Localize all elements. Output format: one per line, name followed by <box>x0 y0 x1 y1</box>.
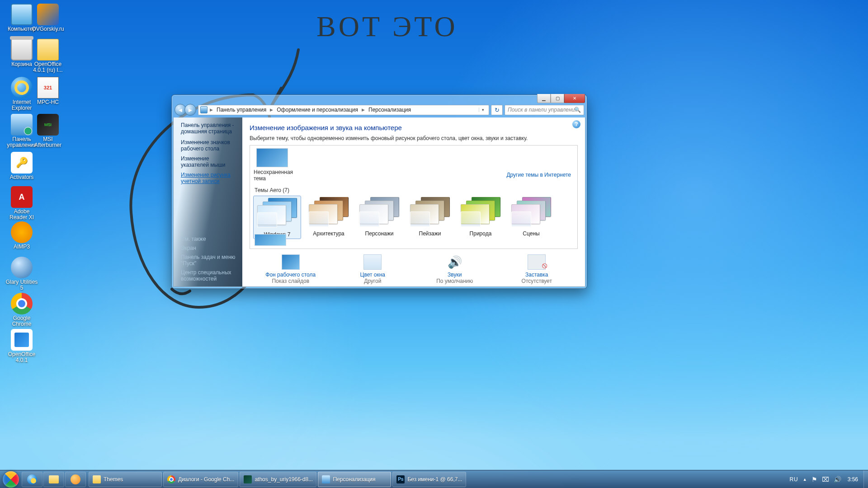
g-ie-icon <box>11 77 33 99</box>
see-also-display[interactable]: Экран <box>181 245 242 251</box>
pinned-ie[interactable] <box>22 472 42 487</box>
window-maximize-button[interactable]: ▢ <box>551 94 564 103</box>
desktop-icon[interactable]: 321MPC-HC <box>31 77 65 105</box>
desktop-icon-label: Glary Utilities 5 <box>5 279 39 291</box>
action-desc: Показ слайдов <box>272 278 309 284</box>
refresh-button[interactable]: ↻ <box>491 105 503 115</box>
personalization-window: ▁ ▢ ✕ ◄ ► ▶ Панель управления ▶ Оформлен… <box>171 94 587 289</box>
theme-label: Природа <box>458 230 503 237</box>
taskbar-task[interactable]: Диалоги - Google Ch... <box>163 472 238 487</box>
taskbar-task[interactable]: Персонализация <box>318 472 391 487</box>
window-titlebar[interactable] <box>172 95 587 102</box>
g-mpc-icon: 321 <box>37 77 59 99</box>
task-icon <box>93 475 101 483</box>
g-panel-icon <box>11 114 33 136</box>
saver-icon <box>528 254 546 270</box>
action-bg[interactable]: Фон рабочего стола Показ слайдов <box>255 254 327 284</box>
taskbar: ThemesДиалоги - Google Ch...athos_by_uri… <box>0 470 868 488</box>
address-dropdown[interactable]: ▾ <box>479 108 487 112</box>
action-desc: Отсутствует <box>522 278 552 284</box>
breadcrumb[interactable]: ▶ Панель управления ▶ Оформление и персо… <box>198 105 489 115</box>
more-themes-link[interactable]: Другие темы в Интернете <box>506 172 571 178</box>
g-aimp-icon <box>11 221 33 243</box>
desktop-icon-label: Adobe Reader XI <box>5 209 39 221</box>
action-sound[interactable]: Звуки По умолчанию <box>419 254 491 284</box>
unsaved-theme[interactable]: Несохраненная тема <box>254 148 303 182</box>
breadcrumb-item[interactable]: Оформление и персонализация <box>275 106 359 113</box>
sidebar-link-account-picture[interactable]: Изменение рисунка учетной записи <box>181 172 238 184</box>
action-color[interactable]: Цвет окна Другой <box>336 254 409 284</box>
page-subtitle: Выберите тему, чтобы одновременно измени… <box>250 135 578 141</box>
pinned-explorer[interactable] <box>43 472 64 487</box>
desktop-icon[interactable]: Activators <box>5 152 39 180</box>
show-desktop-button[interactable] <box>863 470 868 488</box>
window-minimize-button[interactable]: ▁ <box>537 94 551 103</box>
sidebar-home-link[interactable]: Панель управления - домашняя страница <box>181 122 238 135</box>
volume-icon[interactable]: 🔊 <box>834 476 841 483</box>
aero-section-label: Темы Aero (7) <box>255 187 574 193</box>
action-link: Заставка <box>525 272 548 278</box>
help-icon[interactable]: ? <box>572 120 580 128</box>
themes-list[interactable]: Несохраненная тема Другие темы в Интерне… <box>250 145 578 249</box>
taskbar-task[interactable]: PsБез имени-1 @ 66,7... <box>392 472 466 487</box>
sidebar: Панель управления - домашняя страница Из… <box>174 117 242 286</box>
breadcrumb-item[interactable]: Персонализация <box>367 106 412 113</box>
bg-icon <box>282 254 300 270</box>
desktop-icon-label: MPC-HC <box>37 99 59 105</box>
taskbar-task[interactable]: athos_by_uriy1966-d8... <box>240 472 316 487</box>
desktop-icon[interactable]: Glary Utilities 5 <box>5 257 39 291</box>
g-chrome-icon <box>11 293 33 314</box>
action-saver[interactable]: Заставка Отсутствует <box>500 254 573 284</box>
desktop-icon[interactable]: AIMP3 <box>5 221 39 250</box>
desktop-icon-label: AIMP3 <box>14 244 30 250</box>
nav-forward-button[interactable]: ► <box>184 104 196 116</box>
theme-item[interactable]: Природа <box>458 196 503 239</box>
see-also-title: См. также <box>181 236 242 242</box>
action-link: Звуки <box>448 272 462 278</box>
see-also-taskbar[interactable]: Панель задач и меню "Пуск" <box>181 254 242 267</box>
desktop-icon[interactable]: AAdobe Reader XI <box>5 186 39 221</box>
action-center-icon[interactable]: ⚑ <box>811 476 817 483</box>
action-desc: Другой <box>364 278 381 284</box>
start-button[interactable] <box>2 470 20 488</box>
task-label: Themes <box>104 476 123 483</box>
network-icon[interactable]: ⌧ <box>822 476 829 483</box>
see-also-ease[interactable]: Центр специальных возможностей <box>181 269 242 282</box>
window-close-button[interactable]: ✕ <box>564 94 585 103</box>
g-computer-icon <box>11 4 33 25</box>
g-ov-icon <box>37 4 59 25</box>
g-adobe-icon: A <box>11 186 33 208</box>
desktop-icon-label: Google Chrome <box>5 315 39 327</box>
desktop-icon[interactable]: MSIMSI Afterburner <box>31 114 65 148</box>
desktop-icon[interactable]: OpenOffice 4.0.1 <box>5 329 39 363</box>
content-pane: ? Изменение изображения и звука на компь… <box>242 117 585 286</box>
search-placeholder: Поиск в панели управления <box>508 107 578 113</box>
g-act-icon <box>11 152 33 174</box>
language-indicator[interactable]: RU <box>789 476 798 483</box>
theme-item[interactable]: Windows 7 <box>254 196 301 239</box>
sidebar-link-icons[interactable]: Изменение значков рабочего стола <box>181 139 238 152</box>
tray-overflow-icon[interactable]: ▲ <box>803 477 807 482</box>
taskbar-clock[interactable]: 3:56 <box>848 477 858 482</box>
task-icon <box>322 475 330 483</box>
search-input[interactable]: Поиск в панели управления 🔍 <box>505 105 584 115</box>
g-msi-icon: MSI <box>37 114 59 136</box>
theme-item[interactable]: Архитектура <box>306 196 351 239</box>
breadcrumb-item[interactable]: Панель управления <box>215 106 268 113</box>
g-folder-icon <box>37 39 59 61</box>
taskbar-task[interactable]: Themes <box>89 472 162 487</box>
desktop-icon[interactable]: OpenOffice 4.0.1 (ru) I... <box>31 39 65 73</box>
sidebar-link-cursors[interactable]: Изменение указателей мыши <box>181 155 238 168</box>
system-tray: RU ▲ ⚑ ⌧ 🔊 3:56 <box>789 476 861 483</box>
pinned-media[interactable] <box>65 472 86 487</box>
desktop-icon[interactable]: Google Chrome <box>5 293 39 327</box>
partial-next-row <box>255 234 286 246</box>
unsaved-theme-label: Несохраненная тема <box>254 169 303 182</box>
theme-item[interactable]: Сцены <box>509 196 554 239</box>
task-label: athos_by_uriy1966-d8... <box>255 476 313 483</box>
desktop-icon-label: Корзина <box>11 61 32 67</box>
g-recycle-icon <box>11 39 33 61</box>
theme-item[interactable]: Пейзажи <box>407 196 453 239</box>
desktop-icon[interactable]: OVGorskiy.ru <box>31 4 65 32</box>
theme-item[interactable]: Персонажи <box>357 196 402 239</box>
